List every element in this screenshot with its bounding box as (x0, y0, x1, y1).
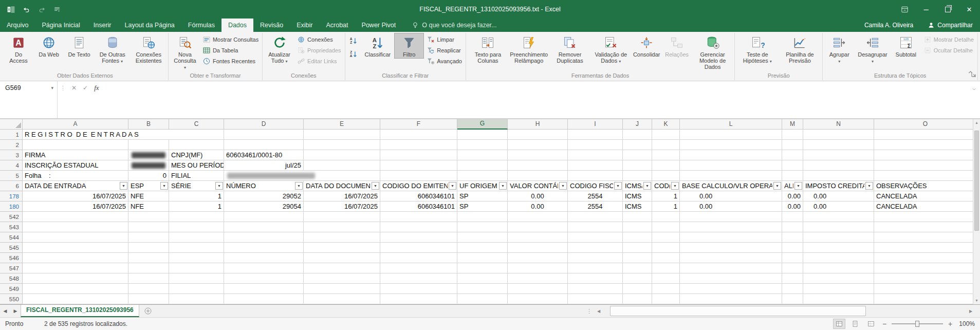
filter-dropdown-button[interactable]: ▼ (865, 182, 873, 190)
name-box-dropdown-icon[interactable]: ▾ (49, 85, 55, 90)
conexoes-button[interactable]: Conexões (295, 34, 343, 45)
column-header-m[interactable]: M (782, 119, 803, 130)
view-page-break-button[interactable] (865, 319, 877, 329)
cell[interactable] (457, 130, 508, 140)
new-sheet-button[interactable] (144, 307, 152, 315)
cell[interactable] (128, 222, 169, 232)
cell[interactable] (23, 284, 128, 294)
cell[interactable] (457, 294, 508, 304)
nova-consulta-button[interactable]: Nova Consulta ▾ (170, 33, 200, 72)
ribbon-display-options-button[interactable] (894, 0, 915, 19)
tab-revisao[interactable]: Revisão (253, 19, 290, 32)
cell[interactable] (23, 294, 128, 304)
cell[interactable] (169, 232, 224, 243)
cell[interactable] (23, 212, 128, 222)
cell[interactable]: 0.00 (803, 191, 874, 201)
cell[interactable] (304, 160, 380, 171)
cell[interactable] (128, 150, 169, 160)
cell[interactable] (380, 130, 457, 140)
view-normal-button[interactable] (833, 319, 845, 329)
cell[interactable]: Folha : (23, 171, 128, 181)
cell[interactable] (128, 263, 169, 273)
filter-dropdown-button[interactable]: ▼ (499, 182, 507, 190)
cell[interactable] (652, 140, 680, 150)
cell[interactable] (169, 140, 224, 150)
collapse-ribbon-button[interactable] (967, 68, 974, 78)
cell[interactable] (457, 273, 508, 284)
column-header-g[interactable]: G (457, 119, 508, 130)
cell[interactable] (782, 160, 803, 171)
cell[interactable] (623, 232, 652, 243)
cell[interactable] (568, 263, 623, 273)
cell[interactable] (128, 273, 169, 284)
consolidar-button[interactable]: Consolidar (632, 33, 661, 59)
filter-header-cell[interactable]: DATA DO DOCUMENT▼ (304, 181, 380, 191)
filter-header-cell[interactable]: COD(▼ (652, 181, 680, 191)
filter-dropdown-button[interactable]: ▼ (614, 182, 622, 190)
cell[interactable]: 2554 (568, 191, 623, 201)
cell[interactable] (652, 273, 680, 284)
filter-header-cell[interactable]: NÚMERO▼ (224, 181, 304, 191)
cell[interactable] (874, 150, 977, 160)
filter-dropdown-button[interactable]: ▼ (643, 182, 651, 190)
cell[interactable] (874, 222, 977, 232)
cell[interactable] (680, 263, 782, 273)
row-header[interactable]: 548 (0, 273, 23, 284)
cell[interactable] (23, 243, 128, 253)
cell[interactable] (623, 294, 652, 304)
cell[interactable] (680, 212, 782, 222)
cell[interactable] (652, 150, 680, 160)
cell[interactable] (782, 212, 803, 222)
filter-dropdown-button[interactable]: ▼ (559, 182, 567, 190)
cell[interactable]: SP (457, 201, 508, 212)
cell[interactable] (457, 150, 508, 160)
preenchimento-relampago-button[interactable]: Preenchimento Relâmpago (509, 33, 549, 65)
cell[interactable] (169, 243, 224, 253)
cell[interactable] (803, 171, 874, 181)
zoom-slider-thumb[interactable] (915, 321, 919, 327)
cancel-icon[interactable]: ✕ (68, 81, 80, 118)
cell[interactable] (623, 171, 652, 181)
filter-dropdown-button[interactable]: ▼ (120, 182, 127, 190)
formula-bar-collapse-icon[interactable] (971, 85, 977, 94)
cell[interactable]: 16/07/2025 (304, 191, 380, 201)
row-header[interactable]: 1 (0, 130, 23, 140)
cell[interactable] (652, 253, 680, 263)
row-header[interactable]: 547 (0, 263, 23, 273)
filter-dropdown-button[interactable]: ▼ (372, 182, 379, 190)
row-header[interactable]: 546 (0, 253, 23, 263)
cell[interactable] (169, 284, 224, 294)
cell[interactable] (874, 140, 977, 150)
cell[interactable] (782, 150, 803, 160)
filter-header-cell[interactable]: SÉRIE▼ (169, 181, 224, 191)
tab-arquivo[interactable]: Arquivo (0, 19, 35, 32)
cell[interactable] (508, 284, 568, 294)
cell[interactable] (623, 160, 652, 171)
cell[interactable] (128, 253, 169, 263)
cell[interactable] (874, 263, 977, 273)
formula-bar-handle-icon[interactable]: ⋮ (58, 81, 68, 118)
cell[interactable] (128, 160, 169, 171)
cell[interactable] (782, 232, 803, 243)
cell[interactable]: MES OU PERÍODO/ (169, 160, 224, 171)
subtotal-button[interactable]: 123ΣSubtotal (891, 33, 921, 59)
cell[interactable] (224, 232, 304, 243)
cell[interactable]: SP (457, 191, 508, 201)
cell[interactable] (508, 212, 568, 222)
cell[interactable] (304, 212, 380, 222)
gerenciar-modelo-de-dados-button[interactable]: Gerenciar Modelo de Dados (692, 33, 733, 71)
cell[interactable] (782, 284, 803, 294)
cell[interactable] (652, 263, 680, 273)
cell[interactable] (803, 294, 874, 304)
row-header[interactable]: 544 (0, 232, 23, 243)
cell[interactable] (782, 294, 803, 304)
cell[interactable]: CANCELADA (874, 191, 977, 201)
tab-layout-da-pagina[interactable]: Layout da Página (118, 19, 181, 32)
tab-exibir[interactable]: Exibir (290, 19, 319, 32)
cell[interactable]: FIRMA (23, 150, 128, 160)
column-header-n[interactable]: N (803, 119, 874, 130)
close-button[interactable]: ✕ (958, 0, 980, 19)
cell[interactable] (680, 171, 782, 181)
row-header[interactable]: 5 (0, 171, 23, 181)
cell[interactable] (304, 222, 380, 232)
